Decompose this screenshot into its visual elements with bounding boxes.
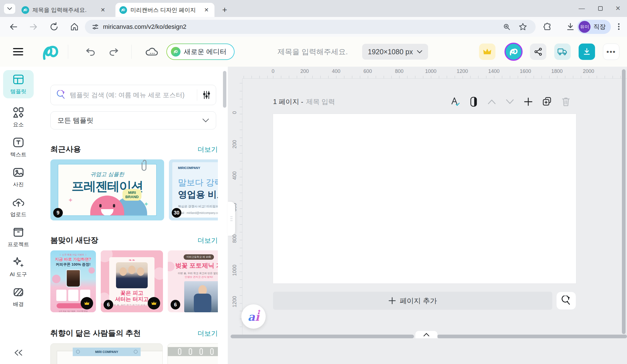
page-count-badge: 6 — [171, 300, 180, 309]
sidebar-item-ai-tools[interactable]: AI 도구 — [0, 256, 37, 278]
panel-drag-handle[interactable] — [228, 202, 235, 236]
tab-close-icon[interactable]: ✕ — [202, 6, 211, 14]
template-card-friends[interactable]: ❧❧ 꽃은 피고셔터는 터지고 이번 봄, 우리 학교 최고의 반은 몇반? 6 — [101, 250, 163, 312]
timeline-expand-tab[interactable] — [415, 331, 437, 338]
new-editor-icon — [171, 47, 181, 57]
undo-icon[interactable] — [85, 46, 96, 57]
sidebar-item-projects[interactable]: 프로젝트 — [0, 226, 37, 248]
window-maximize-button[interactable] — [591, 0, 609, 17]
premium-crown-button[interactable] — [479, 44, 495, 60]
section-title-recent: 최근사용 — [50, 144, 81, 154]
sidebar-item-label: 프로젝트 — [8, 241, 29, 248]
recent-templates-row: 귀엽고 심플한 프레젠테이션 MIRIBRAND ✦ ✦ 9 MIRICOMPA… — [50, 159, 218, 220]
card-art: ❧❧ 꽃은 피고셔터는 터지고 이번 봄, 우리 학교 최고의 반은 몇반? — [109, 257, 154, 306]
browser-menu-icon[interactable] — [615, 22, 624, 32]
template-card-sales[interactable]: MIRICOMPANY 말보다 강력한 영업용 비교 자 핵심은 경쟁사 비교!… — [169, 159, 218, 220]
page-color-icon[interactable] — [469, 97, 478, 107]
template-filter-dropdown[interactable]: 모든 템플릿 — [50, 111, 216, 129]
template-search-button[interactable] — [556, 292, 576, 310]
browser-tab-2[interactable]: 미리캔버스 디자인 페이지 ✕ — [115, 3, 214, 17]
page-text-style-icon[interactable] — [450, 97, 460, 107]
coffee-art — [66, 269, 81, 287]
tab-search-button[interactable] — [4, 4, 15, 14]
sidebar-item-templates[interactable]: 템플릿 — [3, 70, 34, 98]
page-number-label: 1 페이지 - — [273, 97, 303, 106]
main-menu-icon[interactable] — [13, 47, 23, 56]
more-options-button[interactable]: ••• — [603, 44, 619, 60]
canvas-vertical-scrollbar[interactable] — [622, 69, 626, 334]
sidebar-collapse-icon[interactable] — [0, 349, 37, 356]
template-card-cherry[interactable]: 미리고등학교 제 10회 벚꽃 포토제닉 기 이번 봄, 우리 학교 최고의 반… — [168, 250, 218, 312]
more-link-recommend[interactable]: 더보기 — [197, 329, 218, 338]
browser-toolbar: miricanvas.com/v2/ko/design2 유미 직장 — [0, 17, 627, 37]
new-editor-label: 새로운 에디터 — [184, 47, 227, 56]
sidebar-item-photos[interactable]: 사진 — [0, 166, 37, 188]
sidebar-item-label: 배경 — [13, 301, 24, 308]
new-tab-button[interactable]: + — [219, 5, 230, 15]
new-editor-button[interactable]: 새로운 에디터 — [166, 44, 235, 60]
user-avatar[interactable] — [504, 43, 523, 61]
browser-tab-1[interactable]: 제목을 입력해주세요. ✕ — [18, 3, 111, 17]
move-page-up-icon[interactable] — [487, 99, 496, 105]
download-button[interactable] — [579, 44, 595, 60]
tab-close-icon[interactable]: ✕ — [99, 6, 107, 14]
window-close-button[interactable]: ✕ — [609, 0, 627, 17]
photo-art — [184, 281, 218, 312]
redo-icon[interactable] — [108, 46, 119, 57]
template-card-presentation[interactable]: 귀엽고 심플한 프레젠테이션 MIRIBRAND ✦ ✦ 9 — [50, 159, 164, 220]
print-delivery-button[interactable] — [554, 44, 571, 60]
add-page-label: 페이지 추가 — [400, 296, 437, 306]
profile-avatar: 유미 — [579, 21, 591, 33]
delete-page-icon[interactable] — [561, 97, 570, 107]
sidebar-item-text[interactable]: 텍스트 — [0, 136, 37, 158]
browser-profile-chip[interactable]: 유미 직장 — [577, 20, 611, 34]
ai-search-icon — [56, 90, 66, 100]
section-title-spring: 봄맞이 새단장 — [50, 235, 98, 245]
canvas-horizontal-scrollbar[interactable] — [231, 335, 414, 338]
reload-icon[interactable] — [49, 22, 59, 32]
page-count-badge: 9 — [53, 208, 63, 218]
sidebar-item-elements[interactable]: 요소 — [0, 106, 37, 128]
template-search-box[interactable] — [50, 85, 216, 105]
more-link-spring[interactable]: 더보기 — [197, 236, 218, 245]
document-title[interactable]: 제목을 입력해주세요. — [278, 47, 348, 57]
filter-value: 모든 템플릿 — [57, 116, 93, 125]
template-card-coffee[interactable]: ㅣ 신규 회원 가입 이벤트 ㅣ 지금 바로 가입하면? 커피쿠폰 100% 증… — [50, 250, 96, 312]
template-card-report[interactable]: BUSINESSREPORT 운영·실행 중심 비즈니스 보고서 MIRI CO… — [50, 343, 163, 364]
window-minimize-button[interactable]: — — [573, 0, 591, 17]
canvas-size-dropdown[interactable]: 1920×1080 px — [362, 44, 428, 60]
bookmark-star-icon[interactable] — [519, 23, 527, 31]
move-page-down-icon[interactable] — [505, 99, 514, 105]
page-title-placeholder[interactable]: 제목 입력 — [306, 97, 335, 106]
home-icon[interactable] — [70, 22, 79, 32]
more-link-recent[interactable]: 더보기 — [197, 145, 218, 154]
card-text: 프레젠테이션 — [58, 178, 156, 195]
template-card-simple[interactable]: SIMPLE 심플한 비즈니스 — [168, 343, 218, 364]
add-page-button[interactable]: 페이지 추가 — [273, 292, 552, 310]
page-count-badge: 6 — [104, 300, 113, 309]
template-panel: 모든 템플릿 최근사용 더보기 귀엽고 심플한 프레젠테이션 MIRIBRAND… — [37, 67, 228, 364]
tab-title: 미리캔버스 디자인 페이지 — [130, 6, 202, 14]
duplicate-page-icon[interactable] — [542, 97, 552, 107]
canvas-horizontal-scrollbar[interactable] — [437, 335, 627, 338]
zoom-page-icon[interactable] — [503, 23, 511, 31]
cloud-save-icon[interactable] — [145, 46, 160, 58]
add-page-icon[interactable] — [523, 97, 533, 107]
ai-assistant-button[interactable]: ai ✦ — [241, 304, 266, 329]
sidebar-item-upload[interactable]: 업로드 — [0, 196, 37, 218]
back-icon[interactable] — [8, 22, 18, 32]
downloads-icon[interactable] — [566, 22, 576, 32]
address-bar[interactable]: miricanvas.com/v2/ko/design2 — [85, 20, 536, 34]
design-page[interactable] — [273, 114, 576, 283]
extensions-icon[interactable] — [543, 23, 553, 32]
miricanvas-logo[interactable] — [42, 42, 59, 61]
sidebar-item-background[interactable]: 배경 — [0, 286, 37, 308]
premium-badge — [81, 297, 93, 309]
share-button[interactable] — [530, 44, 546, 60]
forward-icon[interactable] — [29, 22, 38, 32]
filter-icon[interactable] — [202, 90, 211, 99]
site-info-icon[interactable] — [92, 23, 99, 31]
panel-scrollbar[interactable] — [223, 71, 226, 108]
canvas-size-label: 1920×1080 px — [368, 48, 413, 56]
template-search-input[interactable] — [70, 91, 192, 99]
